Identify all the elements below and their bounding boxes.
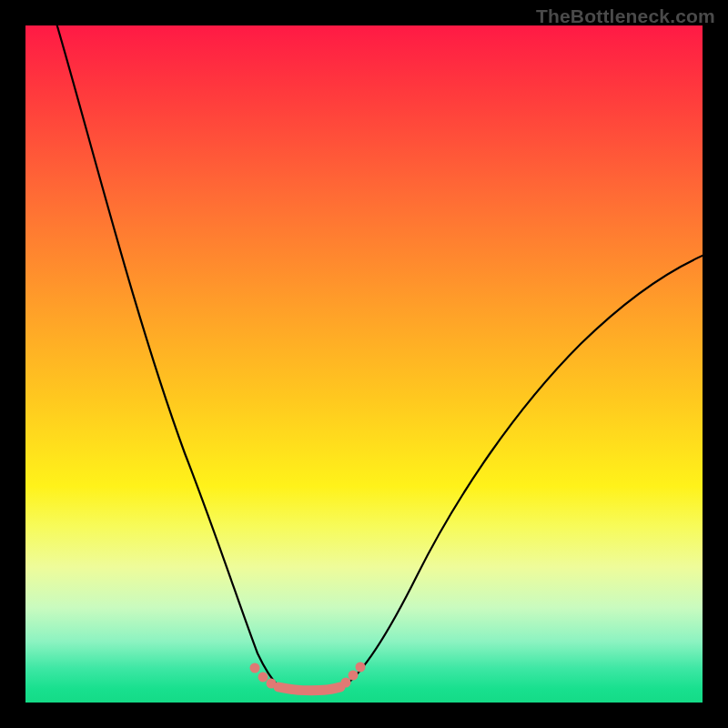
right-curve xyxy=(344,255,703,686)
marker-segment xyxy=(278,687,340,691)
marker-dot xyxy=(349,671,359,681)
chart-frame: TheBottleneck.com xyxy=(0,0,728,728)
left-curve xyxy=(56,25,278,686)
marker-dot xyxy=(250,663,260,673)
watermark-text: TheBottleneck.com xyxy=(536,5,715,27)
plot-area xyxy=(25,25,703,703)
marker-dot xyxy=(341,678,351,688)
salmon-markers xyxy=(250,662,366,691)
marker-dot xyxy=(258,672,268,682)
chart-svg xyxy=(25,25,703,703)
marker-dot xyxy=(356,662,366,672)
